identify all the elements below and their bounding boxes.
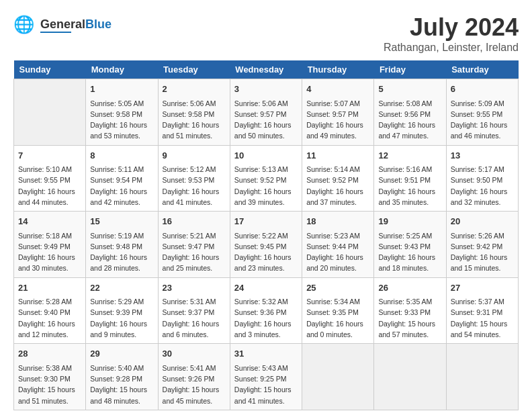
calendar-cell: 26Sunrise: 5:35 AM Sunset: 9:33 PM Dayli… — [374, 277, 446, 344]
week-row-3: 14Sunrise: 5:18 AM Sunset: 9:49 PM Dayli… — [14, 212, 519, 278]
calendar-cell: 18Sunrise: 5:23 AM Sunset: 9:44 PM Dayli… — [302, 212, 374, 278]
day-info: Sunrise: 5:23 AM Sunset: 9:44 PM Dayligh… — [306, 230, 369, 274]
day-number: 2 — [163, 83, 226, 96]
calendar-cell: 11Sunrise: 5:14 AM Sunset: 9:52 PM Dayli… — [302, 145, 374, 212]
page-header: 🌐 GeneralBlue July 2024 Rathangan, Leins… — [13, 13, 519, 54]
col-tuesday: Tuesday — [158, 60, 230, 79]
logo-text: GeneralBlue — [40, 18, 112, 34]
day-number: 18 — [306, 215, 369, 228]
calendar-cell — [446, 344, 518, 410]
day-number: 3 — [234, 83, 298, 96]
calendar-cell: 22Sunrise: 5:29 AM Sunset: 9:39 PM Dayli… — [86, 277, 158, 344]
title-block: July 2024 Rathangan, Leinster, Ireland — [384, 13, 519, 54]
day-info: Sunrise: 5:21 AM Sunset: 9:47 PM Dayligh… — [163, 230, 226, 274]
calendar-cell: 21Sunrise: 5:28 AM Sunset: 9:40 PM Dayli… — [14, 277, 86, 344]
day-number: 9 — [163, 149, 226, 163]
calendar-cell — [374, 344, 446, 410]
col-monday: Monday — [86, 60, 158, 79]
day-info: Sunrise: 5:17 AM Sunset: 9:50 PM Dayligh… — [451, 164, 514, 208]
logo-blue: Blue — [85, 17, 112, 31]
day-info: Sunrise: 5:11 AM Sunset: 9:54 PM Dayligh… — [90, 164, 153, 208]
week-row-5: 28Sunrise: 5:38 AM Sunset: 9:30 PM Dayli… — [14, 344, 519, 410]
day-info: Sunrise: 5:19 AM Sunset: 9:48 PM Dayligh… — [90, 230, 153, 274]
calendar-cell — [14, 79, 86, 146]
logo-underline — [40, 32, 71, 33]
day-info: Sunrise: 5:26 AM Sunset: 9:42 PM Dayligh… — [451, 230, 514, 274]
calendar-table: Sunday Monday Tuesday Wednesday Thursday… — [13, 60, 519, 410]
day-number: 29 — [90, 347, 153, 361]
day-number: 30 — [163, 347, 226, 361]
day-number: 31 — [234, 347, 298, 361]
day-number: 28 — [18, 347, 81, 361]
day-info: Sunrise: 5:29 AM Sunset: 9:39 PM Dayligh… — [90, 296, 153, 340]
week-row-2: 7Sunrise: 5:10 AM Sunset: 9:55 PM Daylig… — [14, 145, 519, 212]
day-number: 23 — [163, 281, 226, 295]
calendar-cell: 17Sunrise: 5:22 AM Sunset: 9:45 PM Dayli… — [230, 212, 302, 278]
day-number: 22 — [90, 281, 153, 295]
calendar-cell: 7Sunrise: 5:10 AM Sunset: 9:55 PM Daylig… — [14, 145, 86, 212]
location: Rathangan, Leinster, Ireland — [384, 42, 519, 54]
calendar-cell: 3Sunrise: 5:06 AM Sunset: 9:57 PM Daylig… — [230, 79, 302, 146]
calendar-cell: 24Sunrise: 5:32 AM Sunset: 9:36 PM Dayli… — [230, 277, 302, 344]
day-number: 19 — [378, 215, 441, 228]
day-info: Sunrise: 5:06 AM Sunset: 9:58 PM Dayligh… — [163, 98, 226, 142]
calendar-cell: 16Sunrise: 5:21 AM Sunset: 9:47 PM Dayli… — [158, 212, 230, 278]
header-row: Sunday Monday Tuesday Wednesday Thursday… — [14, 60, 519, 79]
col-saturday: Saturday — [446, 60, 518, 79]
day-info: Sunrise: 5:10 AM Sunset: 9:55 PM Dayligh… — [18, 164, 81, 208]
calendar-cell: 5Sunrise: 5:08 AM Sunset: 9:56 PM Daylig… — [374, 79, 446, 146]
logo: 🌐 GeneralBlue — [13, 13, 112, 38]
day-number: 14 — [18, 215, 81, 228]
calendar-cell: 10Sunrise: 5:13 AM Sunset: 9:52 PM Dayli… — [230, 145, 302, 212]
calendar-cell: 30Sunrise: 5:41 AM Sunset: 9:26 PM Dayli… — [158, 344, 230, 410]
day-info: Sunrise: 5:09 AM Sunset: 9:55 PM Dayligh… — [451, 98, 514, 142]
calendar-cell: 4Sunrise: 5:07 AM Sunset: 9:57 PM Daylig… — [302, 79, 374, 146]
day-info: Sunrise: 5:38 AM Sunset: 9:30 PM Dayligh… — [18, 363, 81, 406]
day-info: Sunrise: 5:18 AM Sunset: 9:49 PM Dayligh… — [18, 230, 81, 274]
day-info: Sunrise: 5:12 AM Sunset: 9:53 PM Dayligh… — [163, 164, 226, 208]
calendar-cell: 13Sunrise: 5:17 AM Sunset: 9:50 PM Dayli… — [446, 145, 518, 212]
day-info: Sunrise: 5:31 AM Sunset: 9:37 PM Dayligh… — [163, 296, 226, 340]
calendar-cell: 23Sunrise: 5:31 AM Sunset: 9:37 PM Dayli… — [158, 277, 230, 344]
col-wednesday: Wednesday — [230, 60, 302, 79]
day-number: 21 — [18, 281, 81, 295]
col-thursday: Thursday — [302, 60, 374, 79]
day-info: Sunrise: 5:32 AM Sunset: 9:36 PM Dayligh… — [234, 296, 298, 340]
week-row-1: 1Sunrise: 5:05 AM Sunset: 9:58 PM Daylig… — [14, 79, 519, 146]
day-number: 13 — [451, 149, 514, 163]
day-number: 16 — [163, 215, 226, 228]
day-info: Sunrise: 5:07 AM Sunset: 9:57 PM Dayligh… — [306, 98, 369, 142]
day-info: Sunrise: 5:13 AM Sunset: 9:52 PM Dayligh… — [234, 164, 298, 208]
calendar-cell: 29Sunrise: 5:40 AM Sunset: 9:28 PM Dayli… — [86, 344, 158, 410]
calendar-cell: 19Sunrise: 5:25 AM Sunset: 9:43 PM Dayli… — [374, 212, 446, 278]
day-number: 27 — [451, 281, 514, 295]
calendar-cell: 12Sunrise: 5:16 AM Sunset: 9:51 PM Dayli… — [374, 145, 446, 212]
calendar-cell: 25Sunrise: 5:34 AM Sunset: 9:35 PM Dayli… — [302, 277, 374, 344]
day-info: Sunrise: 5:35 AM Sunset: 9:33 PM Dayligh… — [378, 296, 441, 340]
day-info: Sunrise: 5:16 AM Sunset: 9:51 PM Dayligh… — [378, 164, 441, 208]
day-number: 4 — [306, 83, 369, 96]
day-info: Sunrise: 5:22 AM Sunset: 9:45 PM Dayligh… — [234, 230, 298, 274]
day-number: 24 — [234, 281, 298, 295]
calendar-cell: 31Sunrise: 5:43 AM Sunset: 9:25 PM Dayli… — [230, 344, 302, 410]
day-number: 6 — [451, 83, 514, 96]
day-number: 7 — [18, 149, 81, 163]
calendar-cell: 28Sunrise: 5:38 AM Sunset: 9:30 PM Dayli… — [14, 344, 86, 410]
calendar-body: 1Sunrise: 5:05 AM Sunset: 9:58 PM Daylig… — [14, 79, 519, 410]
calendar-cell: 15Sunrise: 5:19 AM Sunset: 9:48 PM Dayli… — [86, 212, 158, 278]
day-number: 17 — [234, 215, 298, 228]
calendar-cell: 14Sunrise: 5:18 AM Sunset: 9:49 PM Dayli… — [14, 212, 86, 278]
day-number: 26 — [378, 281, 441, 295]
calendar-cell: 8Sunrise: 5:11 AM Sunset: 9:54 PM Daylig… — [86, 145, 158, 212]
logo-general: General — [40, 17, 85, 31]
day-info: Sunrise: 5:05 AM Sunset: 9:58 PM Dayligh… — [90, 98, 153, 142]
day-info: Sunrise: 5:06 AM Sunset: 9:57 PM Dayligh… — [234, 98, 298, 142]
day-number: 25 — [306, 281, 369, 295]
calendar-cell: 20Sunrise: 5:26 AM Sunset: 9:42 PM Dayli… — [446, 212, 518, 278]
calendar-cell: 27Sunrise: 5:37 AM Sunset: 9:31 PM Dayli… — [446, 277, 518, 344]
day-info: Sunrise: 5:41 AM Sunset: 9:26 PM Dayligh… — [163, 363, 226, 406]
day-number: 5 — [378, 83, 441, 96]
svg-text:🌐: 🌐 — [13, 14, 35, 35]
day-info: Sunrise: 5:14 AM Sunset: 9:52 PM Dayligh… — [306, 164, 369, 208]
calendar-cell — [302, 344, 374, 410]
